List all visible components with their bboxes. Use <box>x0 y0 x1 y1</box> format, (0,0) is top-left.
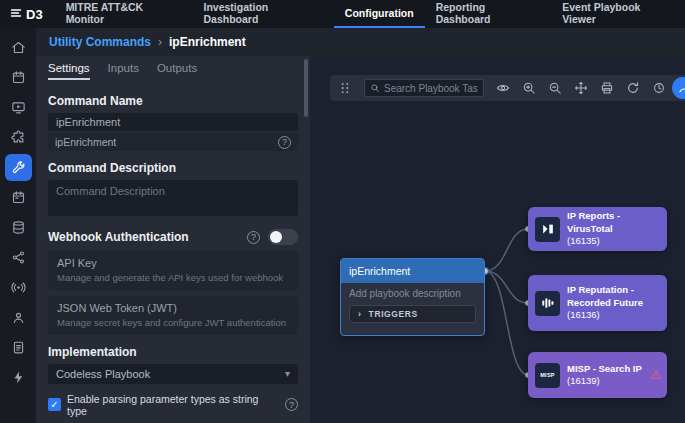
triggers-button[interactable]: › TRIGGERS <box>349 305 476 323</box>
jwt-title: JSON Web Token (JWT) <box>57 302 289 314</box>
virustotal-icon <box>535 217 560 242</box>
logo-bars-icon <box>10 7 22 22</box>
recorded-future-icon <box>535 291 560 316</box>
chevron-right-icon: › <box>358 309 362 319</box>
implementation-select[interactable]: Codeless Playbook ▾ <box>48 364 298 384</box>
task-node-virustotal[interactable]: IP Reports - VirusTotal (16135) <box>528 207 667 251</box>
jwt-card[interactable]: JSON Web Token (JWT) Manage secret keys … <box>48 296 298 335</box>
command-description-label: Command Description <box>48 161 298 175</box>
assistant-button[interactable] <box>672 77 685 99</box>
api-key-title: API Key <box>57 257 289 269</box>
implementation-value: Codeless Playbook <box>56 368 150 380</box>
webhook-help-icon[interactable]: ? <box>247 231 260 244</box>
nav-mitre-attck-monitor[interactable]: MITRE ATT&CK Monitor <box>55 0 193 28</box>
lightning-icon[interactable] <box>5 364 32 391</box>
breadcrumb-separator: › <box>158 35 162 49</box>
app-root: D3 MITRE ATT&CK Monitor Investigation Da… <box>0 0 685 423</box>
triggers-label: TRIGGERS <box>369 309 418 319</box>
preview-eye-icon[interactable] <box>496 81 510 95</box>
command-name-display-row: ipEnrichment ? <box>48 133 298 151</box>
nav-configuration[interactable]: Configuration <box>334 0 425 28</box>
api-key-description: Manage and generate the API keys used fo… <box>57 272 289 284</box>
nav-event-playbook-viewer[interactable]: Event Playbook Viewer <box>551 0 685 28</box>
parsing-checkbox-label: Enable parsing parameter types as string… <box>67 393 279 417</box>
canvas-toolbar <box>330 75 685 101</box>
monitor-play-icon[interactable] <box>5 94 32 121</box>
task-id: (16139) <box>567 375 600 386</box>
schedule-icon[interactable] <box>5 184 32 211</box>
panel-scrollbar[interactable] <box>304 59 308 117</box>
webhook-toggle[interactable] <box>268 229 298 245</box>
breadcrumb-current: ipEnrichment <box>169 35 246 49</box>
task-node-recorded-future[interactable]: IP Reputation - Recorded Future (16136) <box>528 275 667 331</box>
refresh-icon[interactable] <box>626 81 640 95</box>
api-key-card[interactable]: API Key Manage and generate the API keys… <box>48 251 298 290</box>
print-icon[interactable] <box>600 81 614 95</box>
tab-outputs[interactable]: Outputs <box>157 62 197 80</box>
command-name-help-icon[interactable]: ? <box>278 136 291 149</box>
main-node-description[interactable]: Add playbook description <box>341 283 484 299</box>
command-name-label: Command Name <box>48 94 298 108</box>
task-id: (16136) <box>567 309 600 320</box>
zoom-in-icon[interactable] <box>522 81 536 95</box>
settings-panel: Settings Inputs Outputs Command Name ipE… <box>36 56 310 423</box>
tab-settings[interactable]: Settings <box>48 62 90 80</box>
calendar-icon[interactable] <box>5 64 32 91</box>
home-icon[interactable] <box>5 34 32 61</box>
history-clock-icon[interactable] <box>652 81 666 95</box>
top-nav: D3 MITRE ATT&CK Monitor Investigation Da… <box>0 0 685 28</box>
command-name-display: ipEnrichment <box>55 136 116 148</box>
task-search-input[interactable] <box>384 83 478 94</box>
app-logo[interactable]: D3 <box>0 0 55 28</box>
search-icon <box>370 83 380 93</box>
icon-sidebar <box>0 28 36 423</box>
nav-investigation-dashboard[interactable]: Investigation Dashboard <box>193 0 334 28</box>
implementation-label: Implementation <box>48 345 298 359</box>
main-node-title: ipEnrichment <box>341 259 484 283</box>
broadcast-icon[interactable] <box>5 274 32 301</box>
command-name-input[interactable] <box>48 113 298 131</box>
nav-reporting-dashboard[interactable]: Reporting Dashboard <box>425 0 552 28</box>
task-node-misp[interactable]: MISP MISP - Search IP (16139) ⚠ <box>528 352 667 398</box>
breadcrumb-parent-link[interactable]: Utility Commands <box>49 35 151 49</box>
task-id: (16135) <box>567 235 600 246</box>
logo-text: D3 <box>26 7 43 22</box>
parsing-checkbox[interactable]: ✓ <box>48 398 61 411</box>
task-title: IP Reports - VirusTotal <box>567 210 620 233</box>
tab-inputs[interactable]: Inputs <box>108 62 139 80</box>
task-title: MISP - Search IP <box>567 363 642 374</box>
utility-tools-icon[interactable] <box>5 154 32 181</box>
chevron-down-icon: ▾ <box>285 368 290 379</box>
webhook-authentication-label: Webhook Authentication <box>48 230 189 244</box>
pan-move-icon[interactable] <box>574 81 588 95</box>
parsing-checkbox-row: ✓ Enable parsing parameter types as stri… <box>48 393 298 417</box>
command-description-input[interactable] <box>48 180 298 216</box>
misp-icon: MISP <box>535 363 560 388</box>
breadcrumb: Utility Commands › ipEnrichment <box>36 28 685 56</box>
panel-tabs: Settings Inputs Outputs <box>48 62 298 80</box>
document-icon[interactable] <box>5 334 32 361</box>
database-icon[interactable] <box>5 214 32 241</box>
parsing-help-icon[interactable]: ? <box>285 398 298 411</box>
jwt-description: Manage secret keys and configure JWT aut… <box>57 317 289 329</box>
puzzle-icon[interactable] <box>5 124 32 151</box>
task-search <box>364 79 484 97</box>
user-badge-icon[interactable] <box>5 304 32 331</box>
share-network-icon[interactable] <box>5 244 32 271</box>
warning-icon[interactable]: ⚠ <box>650 368 661 382</box>
playbook-canvas[interactable]: ipEnrichment Add playbook description › … <box>310 56 685 423</box>
zoom-out-icon[interactable] <box>548 81 562 95</box>
webhook-toggle-knob <box>270 231 282 243</box>
top-nav-items: MITRE ATT&CK Monitor Investigation Dashb… <box>55 0 685 28</box>
drag-handle-icon[interactable] <box>338 81 352 95</box>
webhook-authentication-row: Webhook Authentication ? <box>48 229 298 245</box>
task-title: IP Reputation - Recorded Future <box>567 284 643 307</box>
main-node-ipenrichment[interactable]: ipEnrichment Add playbook description › … <box>340 258 485 336</box>
